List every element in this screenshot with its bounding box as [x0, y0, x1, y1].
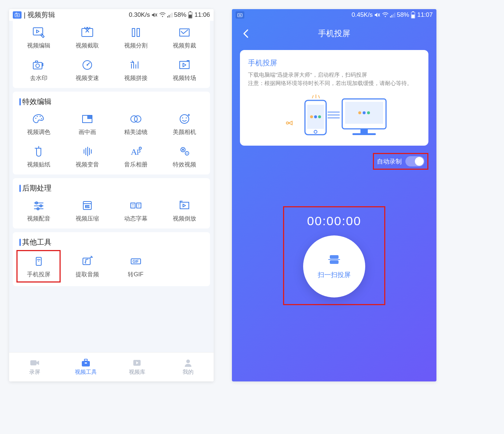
svg-point-35: [35, 118, 36, 119]
svg-rect-104: [412, 15, 415, 18]
gif-icon: GIF: [129, 254, 143, 269]
tool-beauty-camera[interactable]: 美颜相机: [160, 109, 209, 139]
tool-phone-cast[interactable]: 手机投屏: [16, 250, 61, 283]
nav-label: 视频库: [129, 369, 145, 376]
label: 转GIF: [128, 271, 144, 279]
sliders-icon: [31, 198, 46, 213]
scan-button[interactable]: 扫一扫投屏: [303, 235, 365, 297]
gauge-icon: [80, 58, 95, 72]
tool-color-adjust[interactable]: 视频调色: [14, 109, 63, 139]
sound-bars-icon: [80, 144, 95, 159]
svg-line-109: [318, 95, 320, 98]
subtitle-icon: TT: [129, 198, 143, 213]
status-title: | 视频剪辑: [24, 10, 55, 20]
timer-text: 00:00:00: [307, 214, 361, 228]
tool-pip[interactable]: 画中画: [63, 109, 111, 139]
label: 视频分割: [124, 42, 148, 50]
tool-video-crop[interactable]: 视频剪裁: [160, 22, 209, 53]
svg-rect-21: [137, 28, 140, 37]
svg-point-112: [310, 115, 313, 118]
label: 视频倒放: [173, 215, 196, 223]
tool-extract-audio[interactable]: 提取音频: [63, 249, 111, 283]
nav-library[interactable]: 视频库: [111, 353, 163, 381]
nav-video-tools[interactable]: 视频工具: [60, 353, 111, 381]
label: 画中画: [79, 128, 96, 136]
tool-video-transition[interactable]: 视频转场: [160, 55, 209, 85]
label: 提取音频: [76, 271, 99, 279]
tool-video-merge[interactable]: 视频拼接: [111, 55, 160, 85]
battery-text: 58%: [397, 11, 409, 19]
transition-icon: [177, 58, 192, 72]
svg-rect-87: [82, 361, 90, 366]
svg-point-43: [180, 115, 189, 123]
label: 去水印: [30, 74, 47, 82]
tool-video-edit[interactable]: 视频编辑: [14, 22, 63, 53]
svg-marker-79: [183, 204, 186, 207]
tool-music-album[interactable]: AP 音乐相册: [111, 141, 160, 172]
label: 视频拼接: [124, 74, 148, 82]
tool-dynamic-subtitle[interactable]: TT 动态字幕: [111, 195, 160, 226]
svg-point-1: [16, 15, 18, 16]
label: 视频配音: [27, 215, 50, 223]
tool-effect-video[interactable]: 特效视频: [160, 141, 209, 172]
tool-filter[interactable]: 精美滤镜: [111, 109, 160, 139]
svg-rect-2: [16, 13, 17, 14]
svg-rect-88: [84, 359, 87, 361]
svg-marker-14: [37, 30, 39, 33]
signal-icon: [390, 12, 395, 18]
time-text: 11:06: [194, 11, 210, 19]
battery-text: 58%: [174, 11, 186, 19]
library-icon: [132, 358, 142, 367]
svg-point-94: [239, 15, 241, 16]
card-desc-line2: 注意：根据网络环境等待时长不同，若出现加载缓慢，请耐心等待。: [248, 79, 420, 88]
svg-rect-9: [172, 13, 172, 18]
label: 视频剪裁: [173, 42, 196, 50]
tool-video-compress[interactable]: ZIP 视频压缩: [63, 195, 111, 226]
nav-record[interactable]: 录屏: [9, 353, 60, 381]
svg-rect-85: [30, 360, 37, 365]
card-title: 手机投屏: [248, 58, 420, 68]
svg-rect-126: [330, 255, 339, 259]
status-bar: | 视频剪辑 0.30K/s 58% 11:06: [9, 9, 214, 21]
mute-icon: [151, 12, 158, 18]
palette-icon: [31, 112, 46, 126]
tool-video-reverse[interactable]: 视频倒放: [160, 195, 209, 226]
svg-rect-20: [132, 28, 135, 37]
tool-remove-watermark[interactable]: 去水印: [14, 55, 63, 85]
label: 视频转场: [173, 74, 196, 82]
app-indicator-icon: [236, 11, 244, 19]
svg-point-106: [286, 122, 289, 124]
pip-icon: [80, 112, 95, 126]
svg-rect-0: [15, 14, 19, 17]
tool-video-capture[interactable]: 视频截取: [63, 22, 111, 53]
tool-to-gif[interactable]: GIF 转GIF: [111, 249, 160, 283]
tool-sticker[interactable]: 视频贴纸: [14, 141, 63, 172]
svg-rect-101: [394, 13, 395, 18]
crop-icon: [177, 25, 192, 40]
nav-mine[interactable]: 我的: [163, 353, 214, 381]
battery-icon: [411, 11, 416, 19]
back-button[interactable]: [242, 28, 249, 39]
label: 特效视频: [173, 161, 196, 169]
tool-video-dub[interactable]: 视频配音: [14, 195, 63, 226]
tool-video-split[interactable]: 视频分割: [111, 22, 160, 53]
label: 视频压缩: [76, 215, 99, 223]
person-icon: [183, 358, 193, 367]
network-speed: 0.45K/s: [352, 11, 373, 19]
svg-rect-93: [238, 14, 242, 17]
svg-marker-86: [37, 361, 39, 365]
nav-label: 录屏: [29, 369, 40, 376]
tool-video-speed[interactable]: 视频变速: [63, 55, 111, 85]
sparkle-icon: [177, 144, 192, 159]
svg-point-45: [186, 118, 187, 119]
tool-voice-change[interactable]: 视频变音: [63, 141, 111, 172]
auto-record-toggle[interactable]: [405, 156, 424, 166]
svg-text:GIF: GIF: [133, 260, 139, 264]
content-area: 视频编辑 视频截取 视频分割 视频剪裁 去水印: [9, 21, 214, 352]
wifi-icon: [159, 12, 166, 18]
right-phone: 0.45K/s 58% 11:07 手机投屏 手机投屏 下载电脑端"迅捷录屏大师…: [232, 9, 436, 381]
svg-rect-89: [85, 362, 87, 364]
svg-rect-99: [392, 15, 392, 18]
cast-icon: [31, 254, 46, 269]
mouse-icon: [31, 144, 46, 159]
